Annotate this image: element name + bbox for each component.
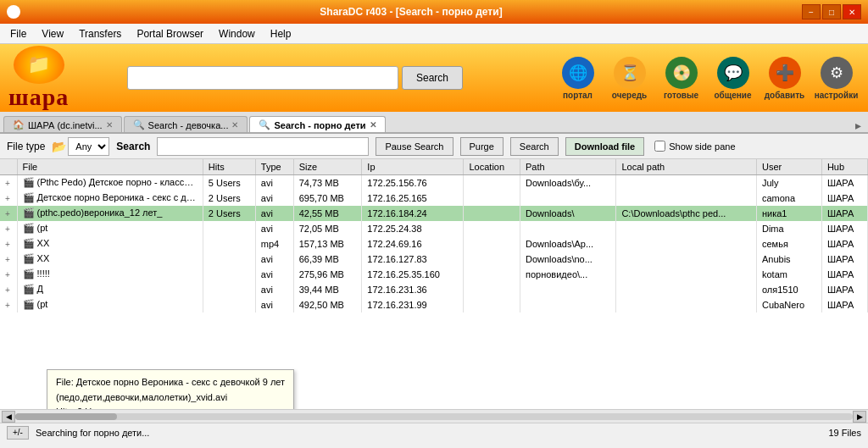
scroll-right-button[interactable]: ▶ [853, 411, 866, 423]
table-row[interactable]: + 🎬 (Pthc Pedo) Детское порно - классик.… [0, 175, 868, 191]
row-hits-3 [203, 221, 255, 236]
row-expand-3[interactable]: + [0, 221, 17, 236]
file-count: 19 Files [828, 428, 861, 438]
toolbar-icon-settings[interactable]: ⚙ настройки [813, 57, 860, 100]
scroll-thumb[interactable] [15, 413, 117, 420]
col-localpath[interactable]: Local path [616, 159, 757, 175]
col-expand[interactable] [0, 159, 17, 175]
row-user-4: семья [756, 236, 821, 252]
table-row[interactable]: + 🎬 XX avi 66,39 MB 172.16.127.83 Downlo… [0, 252, 868, 267]
toolbar-search-input[interactable] [127, 66, 398, 90]
tab-label-search2: Search - порно дети [274, 120, 365, 130]
tab-search1[interactable]: 🔍 Search - девочка... ✕ [124, 116, 248, 132]
row-expand-1[interactable]: + [0, 191, 17, 206]
col-user[interactable]: User [756, 159, 821, 175]
row-type-1: avi [255, 191, 293, 206]
menu-item-window[interactable]: Window [212, 26, 262, 41]
app-icon [7, 5, 20, 19]
scroll-track[interactable] [15, 413, 853, 420]
app-logo-area [7, 5, 20, 19]
row-file-5: 🎬 XX [17, 252, 203, 267]
tab-close-shara[interactable]: ✕ [106, 120, 113, 130]
row-path-7 [520, 282, 615, 297]
row-ip-3: 172.25.24.38 [362, 221, 464, 236]
col-hits[interactable]: Hits [203, 159, 255, 175]
toolbar-icon-ready[interactable]: 📀 готовые [658, 57, 704, 100]
filetype-select[interactable]: Any [68, 137, 109, 156]
search-filter-input[interactable] [157, 137, 369, 156]
tab-search2[interactable]: 🔍 Search - порно дети ✕ [249, 116, 385, 132]
show-side-pane-checkbox[interactable] [654, 141, 665, 152]
row-size-4: 157,13 MB [293, 236, 362, 252]
col-size[interactable]: Size [293, 159, 362, 175]
toolbar-search-button[interactable]: Search [402, 66, 463, 90]
menu-item-help[interactable]: Help [264, 26, 298, 41]
table-row[interactable]: + 🎬 Д avi 39,44 MB 172.16.231.36 оля1510… [0, 282, 868, 297]
toolbar-icon-portal[interactable]: 🌐 портал [554, 57, 601, 100]
menu-item-file[interactable]: File [3, 26, 33, 41]
table-row[interactable]: + 🎬 (pt avi 492,50 MB 172.16.231.99 Cuba… [0, 297, 868, 312]
table-row[interactable]: + 🎬 Детское порно Вероника - секс с де..… [0, 191, 868, 206]
row-path-3 [520, 221, 615, 236]
tab-icon-search1: 🔍 [133, 119, 145, 130]
menu-item-portal browser[interactable]: Portal Browser [130, 26, 210, 41]
row-file-1: 🎬 Детское порно Вероника - секс с де... [17, 191, 203, 206]
maximize-button[interactable]: □ [822, 4, 841, 19]
scroll-left-button[interactable]: ◀ [2, 411, 15, 423]
col-hub[interactable]: Hub [821, 159, 867, 175]
col-ip[interactable]: Ip [362, 159, 464, 175]
queue-icon: ⏳ [614, 57, 646, 89]
row-expand-6[interactable]: + [0, 267, 17, 282]
toolbar-icon-queue[interactable]: ⏳ очередь [606, 57, 653, 100]
row-expand-7[interactable]: + [0, 282, 17, 297]
toolbar-icon-add[interactable]: ➕ добавить [761, 57, 808, 100]
tooltip-hits: Hits: 2 Users [56, 405, 285, 409]
file-tooltip: File: Детское порно Вероника - секс с де… [47, 369, 294, 409]
tab-close-search2[interactable]: ✕ [370, 120, 376, 130]
purge-button[interactable]: Purge [460, 137, 504, 156]
col-location[interactable]: Location [464, 159, 520, 175]
tab-icon-search2: 🔍 [259, 119, 270, 130]
tab-close-search1[interactable]: ✕ [231, 120, 238, 130]
tab-scroller[interactable]: ▸ [852, 119, 865, 132]
pause-search-button[interactable]: Pause Search [376, 137, 453, 156]
add-remove-button[interactable]: +/- [7, 426, 29, 440]
row-file-4: 🎬 XX [17, 236, 203, 252]
menu-item-view[interactable]: View [35, 26, 70, 41]
horizontal-scrollbar[interactable]: ◀ ▶ [0, 409, 868, 423]
filetype-label: File type [7, 141, 45, 152]
toolbar-icons: 🌐 портал ⏳ очередь 📀 готовые 💬 общение ➕… [554, 57, 860, 100]
row-expand-2[interactable]: + [0, 206, 17, 221]
col-path[interactable]: Path [520, 159, 615, 175]
row-hub-5: ШАРА [821, 252, 867, 267]
tab-label-shara: ШАРА (dc.inetvi... [28, 120, 103, 130]
table-row[interactable]: + 🎬 !!!!! avi 275,96 MB 172.16.25.35.160… [0, 267, 868, 282]
row-hub-4: ШАРА [821, 236, 867, 252]
tab-shara[interactable]: 🏠 ШАРА (dc.inetvi... ✕ [3, 116, 122, 132]
row-hub-6: ШАРА [821, 267, 867, 282]
table-row[interactable]: + 🎬 (pthc.pedo)вероника_12 лет_ 2 Users … [0, 206, 868, 221]
row-type-2: avi [255, 206, 293, 221]
table-row[interactable]: + 🎬 (pt avi 72,05 MB 172.25.24.38 Dima Ш… [0, 221, 868, 236]
search-button[interactable]: Search [510, 137, 559, 156]
add-label: добавить [765, 91, 805, 100]
row-expand-4[interactable]: + [0, 236, 17, 252]
toolbar-icon-chat[interactable]: 💬 общение [709, 57, 756, 100]
col-type[interactable]: Type [255, 159, 293, 175]
close-button[interactable]: ✕ [843, 4, 861, 19]
row-file-6: 🎬 !!!!! [17, 267, 203, 282]
row-expand-8[interactable]: + [0, 297, 17, 312]
menu-item-transfers[interactable]: Transfers [72, 26, 128, 41]
toolbar-search-area: Search [127, 66, 529, 90]
col-file[interactable]: File [17, 159, 203, 175]
table-row[interactable]: + 🎬 XX mp4 157,13 MB 172.24.69.16 Downlo… [0, 236, 868, 252]
row-hub-2: ШАРА [821, 206, 867, 221]
minimize-button[interactable]: − [802, 4, 821, 19]
row-type-4: mp4 [255, 236, 293, 252]
row-localpath-6 [616, 267, 757, 282]
row-location-7 [464, 282, 520, 297]
row-expand-0[interactable]: + [0, 175, 17, 191]
row-expand-5[interactable]: + [0, 252, 17, 267]
row-localpath-0 [616, 175, 757, 191]
download-file-button[interactable]: Download file [565, 137, 645, 156]
